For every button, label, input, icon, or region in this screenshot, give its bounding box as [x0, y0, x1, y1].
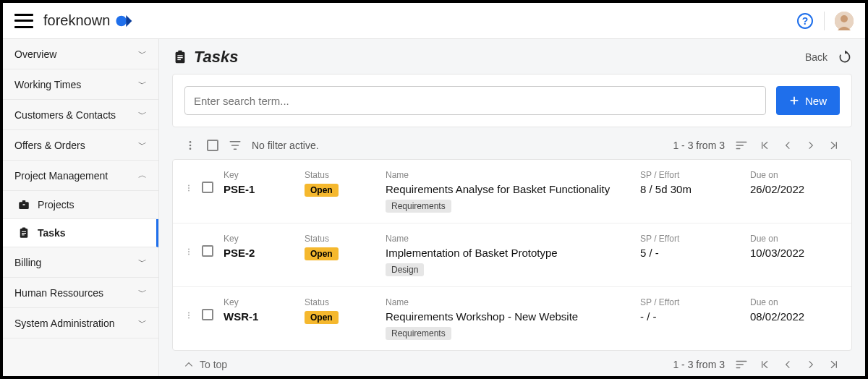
chevron-up-icon: ︿ [138, 169, 147, 182]
sort-button[interactable] [735, 139, 748, 152]
col-label-sp: SP / Effort [640, 297, 741, 307]
sidebar-sub-label: Projects [38, 199, 75, 210]
task-tag: Design [386, 263, 424, 276]
sidebar-item-system-administration[interactable]: System Administration ﹀ [3, 308, 158, 338]
task-row[interactable]: Key PSE-2 Status Open Name Implementatio… [173, 223, 851, 287]
svg-point-0 [116, 15, 127, 26]
first-page-button-bottom[interactable] [758, 358, 771, 371]
task-row[interactable]: Key PSE-1 Status Open Name Requirements … [173, 160, 851, 223]
svg-point-25 [188, 251, 190, 252]
next-page-button-bottom[interactable] [804, 358, 817, 371]
sort-button-bottom[interactable] [735, 358, 748, 371]
col-label-name: Name [386, 170, 631, 180]
status-badge: Open [305, 184, 339, 197]
to-top-button[interactable]: To top [184, 359, 227, 370]
col-label-due: Due on [750, 170, 837, 180]
task-name: Requirements Analyse for Basket Function… [386, 183, 631, 195]
svg-point-28 [188, 315, 190, 316]
new-button-label: New [805, 95, 827, 107]
dots-vertical-icon [184, 245, 193, 258]
svg-rect-16 [177, 57, 182, 58]
sidebar-item-overview[interactable]: Overview ﹀ [3, 39, 158, 69]
task-row[interactable]: Key WSR-1 Status Open Name Requirements … [173, 287, 851, 350]
sidebar-item-working-times[interactable]: Working Times ﹀ [3, 69, 158, 100]
sidebar-subitem-tasks[interactable]: Tasks [3, 219, 158, 247]
task-name: Implementation of Basket Prototype [386, 247, 631, 259]
chevron-up-icon [184, 359, 194, 370]
task-due: 26/02/2022 [750, 183, 837, 195]
brand-text: foreknown [43, 12, 110, 29]
col-label-key: Key [224, 297, 296, 307]
task-tag: Requirements [386, 327, 451, 340]
sidebar-item-customers-contacts[interactable]: Customers & Contacts ﹀ [3, 100, 158, 130]
task-sp-effort: 8 / 5d 30m [640, 183, 741, 195]
search-input[interactable] [184, 86, 766, 115]
filter-button[interactable] [229, 139, 242, 152]
col-label-key: Key [224, 234, 296, 244]
back-link[interactable]: Back [805, 51, 827, 63]
chevron-first-icon [759, 359, 770, 370]
briefcase-icon [17, 198, 30, 211]
user-avatar[interactable] [835, 12, 854, 30]
row-actions-button[interactable] [184, 234, 192, 258]
sidebar-item-human-ressources[interactable]: Human Ressources ﹀ [3, 278, 158, 308]
sidebar-label: Customers & Contacts [14, 109, 116, 121]
bulk-actions-button[interactable] [184, 139, 197, 152]
row-actions-button[interactable] [184, 170, 192, 195]
svg-text:?: ? [802, 15, 809, 27]
refresh-button[interactable] [838, 50, 852, 64]
clipboard-icon [172, 49, 188, 65]
chevron-down-icon: ﹀ [138, 286, 147, 299]
task-name: Requirements Workshop - New Website [386, 310, 631, 323]
plus-icon [789, 95, 799, 106]
task-tag: Requirements [386, 200, 451, 213]
sidebar-label: System Administration [14, 318, 115, 329]
sidebar-item-offers-orders[interactable]: Offers & Orders ﹀ [3, 130, 158, 161]
new-button[interactable]: New [776, 86, 840, 115]
help-button[interactable]: ? [796, 12, 814, 30]
last-page-button[interactable] [827, 139, 841, 152]
chevron-down-icon: ﹀ [138, 139, 147, 151]
row-checkbox[interactable] [202, 182, 213, 193]
task-sp-effort: - / - [640, 310, 741, 323]
menu-toggle-button[interactable] [14, 14, 33, 28]
chevron-first-icon [759, 140, 770, 151]
sidebar-item-project-management[interactable]: Project Management ︿ [3, 161, 158, 191]
pager-text: 1 - 3 from 3 [673, 140, 725, 151]
col-label-due: Due on [750, 297, 837, 307]
last-page-button-bottom[interactable] [827, 358, 841, 371]
sidebar-label: Offers & Orders [14, 140, 85, 151]
status-badge: Open [305, 247, 339, 260]
select-all-checkbox[interactable] [207, 140, 218, 151]
divider [824, 12, 825, 30]
svg-rect-12 [22, 234, 25, 235]
col-label-due: Due on [750, 234, 837, 244]
col-label-key: Key [224, 170, 296, 180]
avatar-icon [835, 12, 854, 30]
chevron-left-icon [783, 359, 793, 370]
svg-rect-15 [177, 55, 182, 56]
row-actions-button[interactable] [184, 297, 192, 322]
chevron-down-icon: ﹀ [138, 317, 147, 329]
row-checkbox[interactable] [202, 309, 213, 320]
first-page-button[interactable] [758, 139, 771, 152]
task-key: PSE-2 [224, 247, 296, 259]
dots-vertical-icon [184, 309, 193, 322]
sort-icon [735, 358, 748, 371]
col-label-status: Status [305, 297, 377, 307]
next-page-button[interactable] [804, 139, 817, 152]
sidebar-item-billing[interactable]: Billing ﹀ [3, 247, 158, 278]
svg-rect-9 [22, 228, 26, 230]
svg-rect-6 [22, 200, 26, 203]
prev-page-button-bottom[interactable] [781, 358, 794, 371]
pager-text-bottom: 1 - 3 from 3 [673, 359, 725, 370]
prev-page-button[interactable] [781, 139, 794, 152]
svg-rect-5 [19, 202, 29, 209]
svg-point-22 [188, 187, 190, 189]
sidebar-sub-label: Tasks [38, 227, 66, 239]
page-title-row: Tasks Back [172, 48, 852, 67]
brand[interactable]: foreknown [43, 12, 133, 30]
row-checkbox[interactable] [202, 245, 213, 257]
sidebar-subitem-projects[interactable]: Projects [3, 191, 158, 219]
search-panel: New [172, 74, 852, 127]
